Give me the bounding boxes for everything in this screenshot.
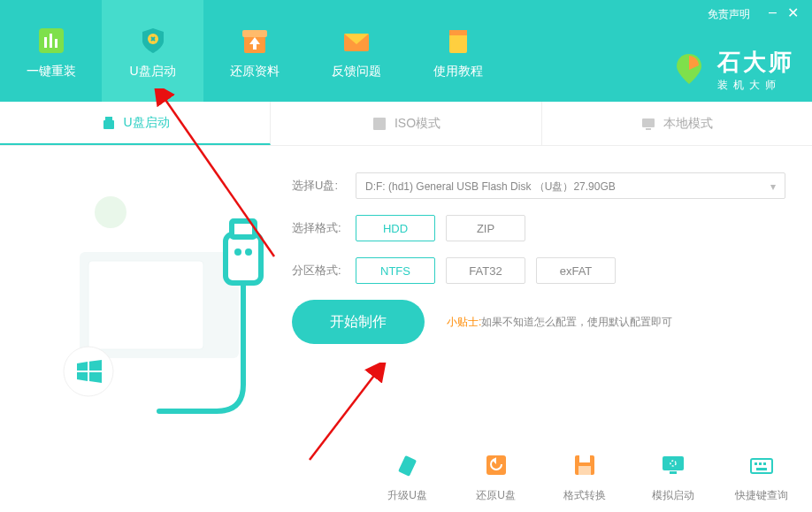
nav-label: 使用教程: [433, 64, 483, 80]
brand-title: 石大师: [717, 47, 794, 78]
bottom-shortcut-query[interactable]: 快捷键查询: [728, 447, 794, 503]
svg-rect-35: [756, 468, 767, 470]
svg-point-21: [234, 248, 241, 256]
svg-rect-6: [242, 30, 267, 37]
chart-icon: [34, 23, 69, 58]
close-button[interactable]: ✕: [787, 4, 799, 21]
bottom-label: 快捷键查询: [735, 488, 788, 503]
shield-icon: [135, 23, 171, 58]
svg-rect-3: [55, 39, 57, 48]
svg-rect-14: [646, 128, 651, 130]
nav-label: 反馈问题: [332, 64, 381, 80]
svg-point-17: [95, 196, 126, 228]
svg-rect-23: [398, 455, 417, 477]
usb-stick-icon: [390, 447, 425, 483]
nav-label: U盘启动: [129, 64, 175, 80]
nav-feedback[interactable]: 反馈问题: [305, 0, 407, 102]
bottom-label: 升级U盘: [387, 488, 427, 503]
restore-icon: [479, 447, 514, 483]
partition-option-exfat[interactable]: exFAT: [536, 257, 616, 284]
nav-usb-boot[interactable]: U盘启动: [102, 0, 203, 102]
usb-icon: [101, 115, 117, 131]
brand-subtitle: 装机大师: [717, 78, 794, 93]
svg-rect-2: [50, 34, 52, 48]
svg-rect-9: [449, 30, 467, 35]
tip-text: 小贴士:如果不知道怎么配置，使用默认配置即可: [447, 315, 672, 330]
bottom-upgrade-usb[interactable]: 升级U盘: [374, 447, 440, 503]
svg-rect-20: [232, 221, 255, 237]
tip-label: 小贴士:: [447, 316, 481, 328]
nav-tutorial[interactable]: 使用教程: [407, 0, 509, 102]
select-format-label: 选择格式:: [292, 220, 345, 236]
partition-format-label: 分区格式:: [292, 263, 345, 279]
box-up-icon: [237, 23, 272, 58]
svg-rect-19: [226, 234, 261, 283]
bottom-format-convert[interactable]: 格式转换: [551, 447, 617, 503]
illustration: [27, 172, 274, 447]
tab-label: ISO模式: [395, 116, 440, 132]
svg-rect-32: [755, 462, 757, 465]
svg-rect-31: [751, 459, 772, 473]
iso-icon: [372, 116, 387, 132]
bottom-label: 模拟启动: [652, 488, 694, 503]
svg-rect-27: [578, 466, 591, 475]
svg-point-22: [245, 248, 252, 256]
monitor-icon: [640, 116, 656, 132]
tab-label: 本地模式: [663, 116, 713, 132]
svg-rect-34: [763, 462, 766, 465]
tab-label: U盘启动: [124, 115, 170, 131]
select-usb-dropdown[interactable]: D:F: (hd1) General USB Flash Disk （U盘）27…: [356, 172, 785, 199]
envelope-icon: [339, 23, 374, 58]
tab-local[interactable]: 本地模式: [542, 102, 812, 145]
tab-iso[interactable]: ISO模式: [271, 102, 541, 145]
start-button[interactable]: 开始制作: [292, 300, 425, 344]
svg-rect-1: [44, 37, 47, 48]
bottom-label: 还原U盘: [476, 488, 516, 503]
svg-rect-12: [373, 118, 386, 130]
bottom-simulate-boot[interactable]: 模拟启动: [640, 447, 706, 503]
disclaimer-link[interactable]: 免责声明: [708, 7, 750, 22]
nav-label: 还原资料: [230, 64, 280, 80]
svg-rect-13: [642, 118, 655, 127]
tab-usb-boot[interactable]: U盘启动: [0, 102, 271, 145]
brand-logo: 石大师 装机大师: [670, 47, 794, 93]
bottom-label: 格式转换: [563, 488, 606, 503]
minimize-button[interactable]: –: [769, 4, 777, 20]
nav-restore[interactable]: 还原资料: [203, 0, 305, 102]
svg-point-18: [64, 347, 113, 396]
svg-rect-26: [579, 455, 590, 462]
svg-rect-11: [103, 120, 114, 129]
book-icon: [440, 23, 476, 58]
select-usb-label: 选择U盘:: [292, 178, 345, 194]
partition-option-fat32[interactable]: FAT32: [446, 257, 525, 284]
svg-rect-29: [670, 471, 677, 474]
logo-icon: [670, 50, 709, 89]
partition-option-ntfs[interactable]: NTFS: [356, 257, 435, 284]
svg-rect-33: [759, 462, 762, 465]
monitor-icon: [655, 447, 691, 483]
svg-rect-10: [105, 117, 112, 120]
nav-reinstall[interactable]: 一键重装: [0, 0, 102, 102]
nav-label: 一键重装: [27, 64, 76, 80]
keyboard-icon: [744, 447, 779, 483]
svg-rect-28: [663, 456, 684, 470]
floppy-icon: [567, 447, 602, 483]
format-option-zip[interactable]: ZIP: [446, 215, 525, 241]
format-option-hdd[interactable]: HDD: [356, 215, 435, 241]
bottom-restore-usb[interactable]: 还原U盘: [463, 447, 529, 503]
svg-rect-16: [88, 261, 203, 349]
